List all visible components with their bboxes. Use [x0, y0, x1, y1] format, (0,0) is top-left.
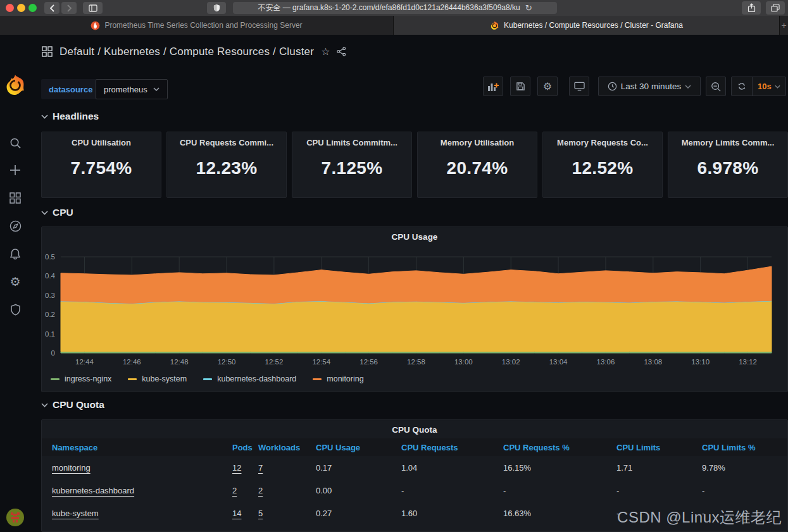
- browser-forward-button[interactable]: [61, 2, 77, 14]
- tab-prometheus[interactable]: Prometheus Time Series Collection and Pr…: [0, 16, 394, 35]
- stat-panel-cpu-limits[interactable]: CPU Limits Commitm...7.125%: [292, 132, 412, 198]
- cell: 1.04: [401, 463, 503, 473]
- series-label: monitoring: [327, 374, 363, 383]
- cpu-usage-chart[interactable]: 00.10.20.30.40.512:4412:4612:4812:5012:5…: [42, 246, 787, 370]
- namespace-link[interactable]: monitoring: [52, 463, 91, 473]
- namespace-link[interactable]: kubernetes-dashboard: [52, 486, 134, 495]
- add-panel-icon: [487, 82, 499, 92]
- share-button[interactable]: [742, 1, 761, 15]
- sidebar-item-dashboards[interactable]: [0, 187, 30, 209]
- sidebar-item-search[interactable]: [0, 132, 30, 154]
- avatar: [6, 508, 25, 527]
- svg-text:0.5: 0.5: [45, 253, 55, 261]
- column-header[interactable]: Pods: [232, 443, 258, 452]
- legend-item[interactable]: kubernetes-dashboard: [203, 374, 296, 383]
- column-header[interactable]: Workloads: [258, 443, 316, 452]
- section-cpu[interactable]: CPU: [41, 207, 73, 218]
- column-header[interactable]: CPU Requests %: [503, 443, 616, 452]
- section-cpu-quota[interactable]: CPU Quota: [41, 399, 104, 411]
- save-dashboard-button[interactable]: [510, 77, 530, 96]
- csdn-watermark: CSDN @Linux运维老纪: [617, 507, 782, 528]
- add-panel-button[interactable]: [483, 77, 503, 96]
- section-headlines[interactable]: Headlines: [41, 111, 99, 122]
- section-title: Headlines: [53, 111, 99, 122]
- time-range-picker[interactable]: Last 30 minutes: [598, 77, 701, 96]
- cell: -: [503, 486, 616, 495]
- svg-text:12:52: 12:52: [265, 358, 284, 366]
- browser-back-button[interactable]: [44, 2, 59, 14]
- sidebar-toggle-button[interactable]: [83, 2, 103, 14]
- column-header[interactable]: CPU Limits: [616, 443, 702, 452]
- series-swatch: [203, 378, 212, 380]
- cell: -: [616, 486, 702, 495]
- svg-text:13:10: 13:10: [691, 358, 710, 366]
- gear-icon: ⚙: [543, 82, 552, 92]
- workloads-link[interactable]: 7: [258, 463, 263, 473]
- section-title: CPU: [53, 207, 73, 218]
- pods-link[interactable]: 2: [232, 486, 237, 495]
- grafana-icon: [490, 21, 499, 30]
- minimize-window-button[interactable]: [17, 4, 25, 12]
- refresh-button[interactable]: [732, 77, 752, 96]
- column-header[interactable]: CPU Usage: [316, 443, 401, 452]
- tv-mode-button[interactable]: [569, 77, 589, 96]
- column-header[interactable]: CPU Requests: [401, 443, 503, 452]
- legend-item[interactable]: monitoring: [313, 374, 363, 383]
- stat-panel-cpu-requests[interactable]: CPU Requests Commi...12.23%: [166, 132, 287, 198]
- screen: 不安全 — grafana.k8s-1-20-2.com/d/efa86fd1d…: [0, 0, 788, 532]
- panel-title: CPU Limits Commitm...: [292, 138, 411, 147]
- refresh-interval-value: 10s: [758, 82, 772, 91]
- tabs-icon: [771, 4, 780, 12]
- legend-item[interactable]: kube-system: [128, 374, 187, 383]
- stat-value: 6.978%: [668, 158, 787, 178]
- stat-panel-cpu-utilisation[interactable]: CPU Utilisation7.754%: [41, 132, 161, 198]
- search-icon: [9, 137, 22, 149]
- pods-link[interactable]: 14: [232, 509, 241, 518]
- address-bar[interactable]: 不安全 — grafana.k8s-1-20-2.com/d/efa86fd1d…: [233, 2, 557, 14]
- share-dashboard-icon[interactable]: [337, 47, 346, 56]
- dashboard-settings-button[interactable]: ⚙: [537, 77, 558, 96]
- grafana-logo[interactable]: [4, 74, 27, 97]
- bell-icon: [9, 248, 21, 260]
- sidebar-item-create[interactable]: [0, 159, 30, 181]
- refresh-interval-select[interactable]: 10s: [752, 77, 785, 96]
- dashboard-navbar: Default / Kubernetes / Compute Resources…: [30, 35, 788, 68]
- share-icon: [747, 3, 756, 13]
- svg-text:12:58: 12:58: [407, 358, 425, 366]
- column-header[interactable]: Namespace: [52, 443, 232, 452]
- sidebar-item-profile[interactable]: [0, 507, 30, 528]
- sidebar-item-explore[interactable]: [0, 215, 30, 237]
- close-window-button[interactable]: [6, 4, 14, 12]
- datasource-variable-select[interactable]: prometheus: [96, 79, 168, 99]
- reload-icon[interactable]: ↻: [525, 4, 532, 12]
- stat-panel-memory-utilisation[interactable]: Memory Utilisation20.74%: [417, 132, 537, 198]
- workloads-link[interactable]: 5: [258, 509, 263, 518]
- panel-title: Memory Limits Comm...: [668, 138, 787, 147]
- favorite-star-icon[interactable]: ☆: [321, 46, 330, 58]
- tab-overview-button[interactable]: [766, 1, 785, 15]
- namespace-link[interactable]: kube-system: [52, 509, 99, 518]
- svg-text:13:02: 13:02: [502, 358, 520, 366]
- column-header[interactable]: CPU Limits %: [702, 443, 787, 452]
- breadcrumb[interactable]: Default / Kubernetes / Compute Resources…: [59, 46, 314, 58]
- stat-panel-memory-requests[interactable]: Memory Requests Co...12.52%: [542, 132, 663, 198]
- pods-link[interactable]: 12: [232, 463, 241, 473]
- workloads-link[interactable]: 2: [258, 486, 263, 495]
- sidebar-item-configuration[interactable]: ⚙: [0, 271, 30, 292]
- svg-text:13:00: 13:00: [454, 358, 473, 366]
- cell: 16.63%: [503, 509, 616, 518]
- panel-title: Memory Requests Co...: [543, 138, 662, 147]
- stat-panel-memory-limits[interactable]: Memory Limits Comm...6.978%: [668, 132, 788, 198]
- sidebar-item-server-admin[interactable]: [0, 299, 30, 320]
- zoom-out-button[interactable]: [706, 77, 726, 96]
- stat-value: 12.23%: [167, 158, 286, 178]
- tab-grafana[interactable]: Kubernetes / Compute Resources / Cluster…: [394, 16, 780, 35]
- series-swatch: [51, 378, 59, 380]
- cpu-usage-graph-panel[interactable]: CPU Usage 00.10.20.30.40.512:4412:4612:4…: [41, 226, 788, 392]
- sidebar-item-alerting[interactable]: [0, 243, 30, 264]
- series-swatch: [128, 378, 137, 380]
- content-blocker-button[interactable]: [207, 2, 226, 14]
- legend-item[interactable]: ingress-nginx: [51, 374, 111, 383]
- new-tab-button[interactable]: +: [780, 16, 788, 35]
- zoom-window-button[interactable]: [28, 4, 37, 12]
